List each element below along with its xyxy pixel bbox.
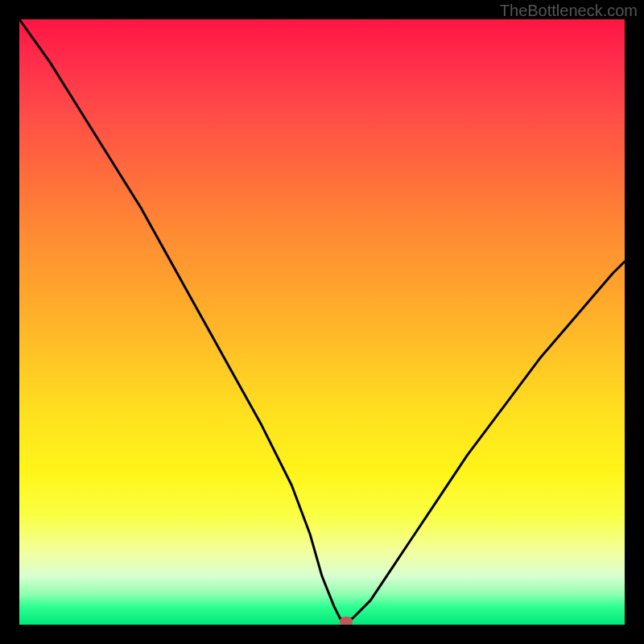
chart-container: TheBottleneck.com [0,0,644,644]
watermark-text: TheBottleneck.com [500,2,638,20]
optimum-marker [340,617,353,625]
plot-area [19,19,625,625]
bottleneck-curve [19,19,625,625]
